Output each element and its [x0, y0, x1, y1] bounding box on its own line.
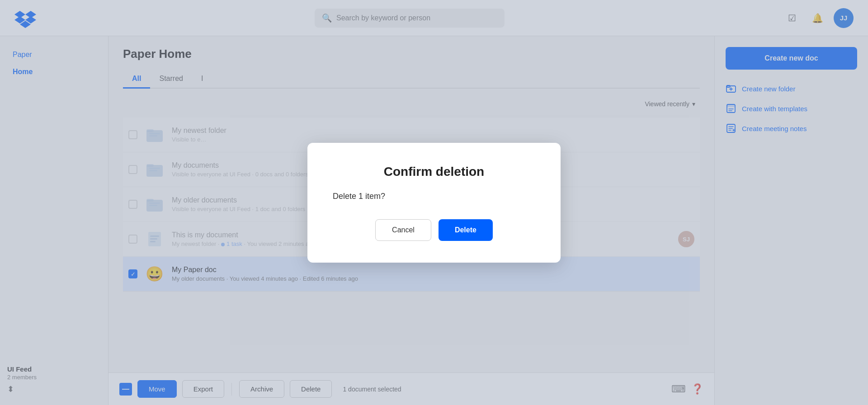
modal-title: Confirm deletion [333, 165, 535, 179]
cancel-button[interactable]: Cancel [375, 219, 431, 241]
modal-overlay[interactable]: Confirm deletion Delete 1 item? Cancel D… [0, 0, 868, 405]
modal-body: Delete 1 item? [333, 192, 535, 201]
modal-actions: Cancel Delete [333, 219, 535, 241]
delete-confirm-button[interactable]: Delete [439, 219, 493, 241]
confirm-deletion-modal: Confirm deletion Delete 1 item? Cancel D… [307, 143, 561, 263]
